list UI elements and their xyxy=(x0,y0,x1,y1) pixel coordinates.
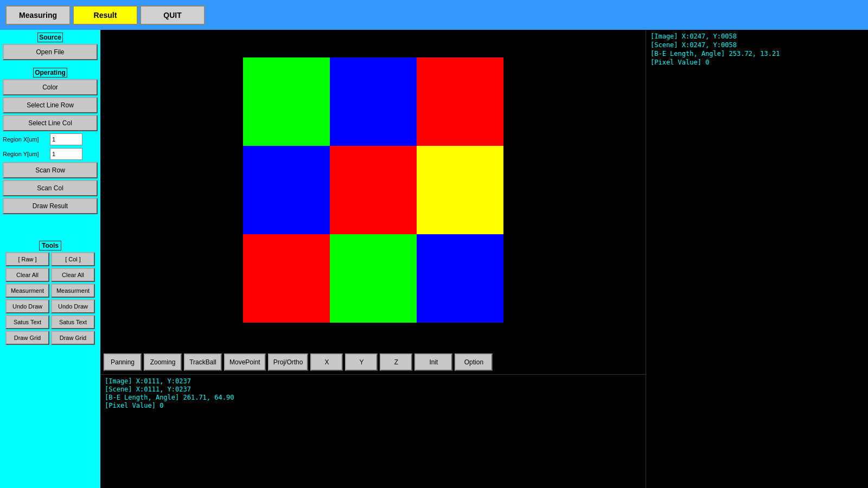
satus-text-row: Satus Text Satus Text xyxy=(5,315,95,329)
log-line-0: [Image] X:0111, Y:0237 xyxy=(105,377,641,385)
grid-cell-1 xyxy=(330,57,417,146)
grid-cell-8 xyxy=(417,234,503,323)
satus-text-button-2[interactable]: Satus Text xyxy=(51,315,95,329)
canvas-wrapper xyxy=(100,30,646,350)
region-y-row: Region Y[um] xyxy=(3,148,98,160)
center-area: Panning Zooming TrackBall MovePoint Proj… xyxy=(100,30,646,488)
raw-button[interactable]: [ Raw ] xyxy=(5,252,49,266)
grid-cell-7 xyxy=(330,234,417,323)
draw-grid-button-1[interactable]: Draw Grid xyxy=(5,331,49,345)
measurment-button-1[interactable]: Measurment xyxy=(5,284,49,298)
clear-all-button-1[interactable]: Clear All xyxy=(5,268,49,282)
undo-draw-row: Undo Draw Undo Draw xyxy=(5,299,95,313)
col-button[interactable]: [ Col ] xyxy=(51,252,95,266)
source-label: Source xyxy=(37,33,63,42)
sidebar: Source Open File Operating Color Select … xyxy=(0,30,100,488)
grid-cell-3 xyxy=(243,146,330,234)
z-button[interactable]: Z xyxy=(380,354,412,371)
region-y-label: Region Y[um] xyxy=(3,151,49,157)
region-x-label: Region X[um] xyxy=(3,136,49,143)
undo-draw-button-2[interactable]: Undo Draw xyxy=(51,299,95,313)
log-area: [Image] X:0111, Y:0237[Scene] X:0111, Y:… xyxy=(100,374,646,488)
info-line-3: [Pixel Value] 0 xyxy=(650,59,864,66)
clear-row: Clear All Clear All xyxy=(5,268,95,282)
topbar: Measuring Result QUIT xyxy=(0,0,868,30)
tools-section: Tools [ Raw ] [ Col ] Clear All Clear Al… xyxy=(3,239,98,348)
region-x-row: Region X[um] xyxy=(3,133,98,145)
draw-grid-row: Draw Grid Draw Grid xyxy=(5,331,95,345)
select-line-row-button[interactable]: Select Line Row xyxy=(3,97,98,113)
measurment-row: Measurment Measurment xyxy=(5,284,95,298)
undo-draw-button-1[interactable]: Undo Draw xyxy=(5,299,49,313)
info-line-1: [Scene] X:0247, Y:0058 xyxy=(650,41,864,49)
right-canvas xyxy=(646,100,868,488)
right-panel: [Image] X:0247, Y:0058[Scene] X:0247, Y:… xyxy=(646,30,868,488)
grid-cell-4 xyxy=(330,146,417,234)
grid-cell-6 xyxy=(243,234,330,323)
trackball-button[interactable]: TrackBall xyxy=(184,354,222,371)
color-grid xyxy=(243,57,503,323)
option-button[interactable]: Option xyxy=(455,354,493,371)
log-line-1: [Scene] X:0111, Y:0237 xyxy=(105,386,641,393)
operating-label: Operating xyxy=(33,68,67,78)
image-canvas xyxy=(243,57,503,323)
bottom-toolbar: Panning Zooming TrackBall MovePoint Proj… xyxy=(100,350,646,374)
draw-grid-button-2[interactable]: Draw Grid xyxy=(51,331,95,345)
grid-cell-0 xyxy=(243,57,330,146)
main-layout: Source Open File Operating Color Select … xyxy=(0,30,868,488)
log-line-2: [B-E Length, Angle] 261.71, 64.90 xyxy=(105,394,641,401)
panning-button[interactable]: Panning xyxy=(104,354,142,371)
grid-cell-2 xyxy=(417,57,503,146)
movepoint-button[interactable]: MovePoint xyxy=(224,354,266,371)
tools-label: Tools xyxy=(39,241,61,251)
scan-row-button[interactable]: Scan Row xyxy=(3,162,98,178)
y-button[interactable]: Y xyxy=(345,354,378,371)
grid-cell-5 xyxy=(417,146,503,234)
zooming-button[interactable]: Zooming xyxy=(144,354,182,371)
log-line-3: [Pixel Value] 0 xyxy=(105,402,641,409)
clear-all-button-2[interactable]: Clear All xyxy=(51,268,95,282)
info-line-0: [Image] X:0247, Y:0058 xyxy=(650,33,864,40)
proj-ortho-button[interactable]: Proj/Ortho xyxy=(268,354,309,371)
region-y-input[interactable] xyxy=(50,148,82,160)
open-file-button[interactable]: Open File xyxy=(3,44,98,60)
right-info: [Image] X:0247, Y:0058[Scene] X:0247, Y:… xyxy=(646,30,868,100)
raw-col-row: [ Raw ] [ Col ] xyxy=(5,252,95,266)
draw-result-button[interactable]: Draw Result xyxy=(3,198,98,214)
satus-text-button-1[interactable]: Satus Text xyxy=(5,315,49,329)
tab-measuring[interactable]: Measuring xyxy=(5,5,71,25)
tab-result[interactable]: Result xyxy=(73,5,138,25)
x-button[interactable]: X xyxy=(310,354,343,371)
init-button[interactable]: Init xyxy=(414,354,452,371)
color-button[interactable]: Color xyxy=(3,79,98,95)
region-x-input[interactable] xyxy=(50,133,82,145)
info-line-2: [B-E Length, Angle] 253.72, 13.21 xyxy=(650,50,864,57)
scan-col-button[interactable]: Scan Col xyxy=(3,180,98,196)
tab-quit[interactable]: QUIT xyxy=(140,5,205,25)
select-line-col-button[interactable]: Select Line Col xyxy=(3,115,98,131)
measurment-button-2[interactable]: Measurment xyxy=(51,284,95,298)
